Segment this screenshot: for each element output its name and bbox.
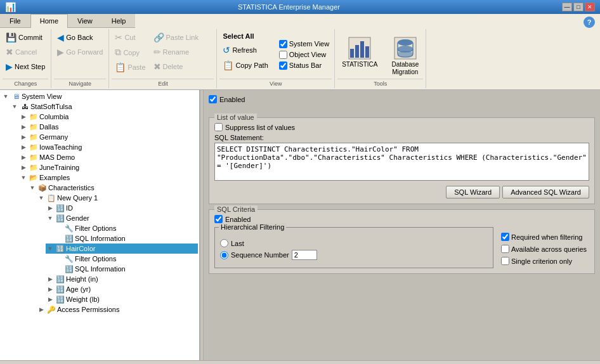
- tree-label-gender: Gender: [66, 214, 89, 222]
- window-title: STATISTICA Enterprise Manager: [16, 3, 562, 11]
- list-of-value-title: List of value: [214, 114, 257, 121]
- tree-item-gender-sqlinfo[interactable]: 🔢 SQL Information: [55, 233, 198, 244]
- server-icon: 🖧: [20, 102, 29, 111]
- tree-label-newquery1: New Query 1: [57, 194, 98, 202]
- tree-item-access[interactable]: ▶ 🔑 Access Permissions: [37, 304, 198, 315]
- nextstep-icon: ▶: [6, 62, 13, 72]
- cancel-button[interactable]: ✖ Cancel: [3, 45, 48, 59]
- tree-item-haircolor-filteroptions[interactable]: 🔧 Filter Options: [55, 254, 198, 264]
- refresh-icon: ↺: [223, 45, 230, 55]
- seqnumber-input[interactable]: [292, 250, 317, 260]
- sql-textarea[interactable]: SELECT DISTINCT Characteristics."HairCol…: [214, 143, 589, 181]
- selectall-button[interactable]: Select All: [219, 30, 271, 42]
- field-height-icon: 🔢: [56, 275, 65, 283]
- tree-item-weight[interactable]: ▶ 🔢 Weight (lb): [46, 294, 198, 304]
- hier-filter-title: Hierarchical Filtering: [219, 223, 286, 231]
- dbmigration-button[interactable]: Database Migration: [387, 33, 423, 79]
- criteria-enabled-label: Enabled: [225, 216, 251, 223]
- statusbar-checkbox[interactable]: [279, 62, 287, 70]
- dbmigration-icon: [393, 36, 418, 61]
- svg-rect-2: [355, 45, 359, 58]
- help-icon[interactable]: ?: [584, 16, 595, 28]
- tree-item-gender-filteroptions[interactable]: 🔧 Filter Options: [55, 223, 198, 233]
- required-checkbox[interactable]: [501, 233, 509, 241]
- tree-item-newquery1[interactable]: ▼ 📋 New Query 1: [37, 193, 198, 203]
- refresh-button[interactable]: ↺ Refresh: [219, 43, 271, 57]
- tree-item-iowateaching[interactable]: ▶ 📁 IowaTeaching: [19, 142, 198, 152]
- tree-item-columbia[interactable]: ▶ 📁 Columbia: [19, 112, 198, 122]
- tree-label-height: Height (in): [66, 275, 98, 283]
- maximize-button[interactable]: □: [573, 3, 584, 11]
- tree-item-dallas[interactable]: ▶ 📁 Dallas: [19, 122, 198, 132]
- tree-label-gender-filteroptions: Filter Options: [75, 224, 116, 232]
- objectview-checkbox[interactable]: [279, 51, 287, 59]
- last-radio[interactable]: [220, 239, 228, 247]
- tree-item-characteristics[interactable]: ▼ 📦 Characteristics: [28, 183, 198, 193]
- wizard-buttons: SQL Wizard Advanced SQL Wizard: [214, 186, 589, 198]
- copypath-button[interactable]: 📋 Copy Path: [219, 58, 271, 72]
- pastelink-button[interactable]: 🔗 Paste Link: [150, 30, 202, 44]
- tree-item-id[interactable]: ▶ 🔢 ID: [46, 203, 198, 213]
- statistica-button[interactable]: STATISTICA: [337, 33, 382, 70]
- close-button[interactable]: ✕: [585, 3, 595, 11]
- goforward-button[interactable]: ▶ Go Forward: [54, 45, 106, 59]
- single-checkbox[interactable]: [501, 257, 509, 265]
- copy-button[interactable]: ⧉ Copy: [112, 45, 148, 60]
- tree-label-examples: Examples: [39, 174, 70, 181]
- statusbar-label: Status Bar: [289, 62, 322, 69]
- suppress-label: Suppress list of values: [225, 124, 295, 131]
- minimize-button[interactable]: —: [562, 3, 572, 11]
- tree-item-masdemo[interactable]: ▶ 📁 MAS Demo: [19, 152, 198, 162]
- tab-home[interactable]: Home: [30, 14, 68, 28]
- tab-help[interactable]: Help: [102, 14, 136, 27]
- rename-button[interactable]: ✏ Rename: [150, 45, 202, 59]
- tree-item-gender[interactable]: ▼ 🔢 Gender: [46, 213, 198, 223]
- field-haircolor-icon: 🔢: [56, 244, 65, 253]
- tree-item-junetraining[interactable]: ▶ 📁 JuneTraining: [19, 162, 198, 172]
- criteria-enabled-checkbox[interactable]: [214, 215, 223, 223]
- ribbon-group-navigate: ◀ Go Back ▶ Go Forward Navigate: [51, 29, 109, 88]
- tree-label-junetraining: JuneTraining: [39, 164, 79, 171]
- goback-button[interactable]: ◀ Go Back: [54, 30, 106, 44]
- available-checkbox[interactable]: [501, 245, 509, 253]
- criteria-enabled-row: Enabled: [214, 215, 589, 223]
- commit-button[interactable]: 💾 Commit: [3, 30, 48, 44]
- ribbon-group-edit: ✂ Cut ⧉ Copy 📋 Paste 🔗 Paste L: [109, 29, 217, 88]
- delete-button[interactable]: ✖ Delete: [150, 60, 202, 74]
- field-age-icon: 🔢: [56, 285, 65, 294]
- tab-file[interactable]: File: [0, 14, 30, 27]
- tree-item-haircolor[interactable]: ▼ 🔢 HairColor: [46, 244, 198, 254]
- tree-label-haircolor-sqlinfo: SQL Information: [75, 265, 126, 273]
- tools-buttons: STATISTICA Database: [337, 30, 423, 79]
- field-id-icon: 🔢: [56, 204, 65, 212]
- tree-item-statsofttulsa[interactable]: ▼ 🖧 StatSoftTulsa: [10, 101, 198, 112]
- pastelink-icon: 🔗: [153, 32, 164, 42]
- cut-icon: ✂: [115, 32, 122, 42]
- advanced-sql-wizard-button[interactable]: Advanced SQL Wizard: [502, 186, 589, 198]
- tree-item-haircolor-sqlinfo[interactable]: 🔢 SQL Information: [55, 264, 198, 274]
- objectview-label: Object View: [289, 51, 327, 58]
- folder-columbia-icon: 📁: [29, 112, 38, 121]
- folder-iowa-icon: 📁: [29, 143, 38, 152]
- cut-button[interactable]: ✂ Cut: [112, 30, 148, 44]
- nextstep-button[interactable]: ▶ Next Step: [3, 60, 48, 74]
- suppress-checkbox[interactable]: [214, 123, 223, 131]
- ribbon-group-view: Select All ↺ Refresh 📋 Copy Path System …: [217, 29, 335, 88]
- tree-item-germany[interactable]: ▶ 📁 Germany: [19, 132, 198, 142]
- svg-point-8: [398, 51, 413, 57]
- enabled-checkbox[interactable]: [209, 95, 217, 103]
- tree-item-systemview[interactable]: ▼ 🖥 System View: [1, 91, 198, 101]
- paste-button[interactable]: 📋 Paste: [112, 60, 148, 74]
- systemview-checkbox[interactable]: [279, 40, 287, 48]
- tab-view[interactable]: View: [68, 14, 102, 27]
- tree-item-height[interactable]: ▶ 🔢 Height (in): [46, 274, 198, 284]
- tree-item-examples[interactable]: ▼ 📂 Examples: [19, 172, 198, 183]
- seqnumber-radio[interactable]: [220, 251, 228, 259]
- tree-label-iowateaching: IowaTeaching: [39, 143, 82, 151]
- ribbon: File Home View Help ? 💾 Commit ✖ Cancel: [0, 14, 600, 90]
- sql-wizard-button[interactable]: SQL Wizard: [446, 186, 500, 198]
- edit-buttons: ✂ Cut ⧉ Copy 📋 Paste 🔗 Paste L: [112, 30, 214, 79]
- title-bar: 📊 STATISTICA Enterprise Manager — □ ✕: [0, 0, 600, 14]
- tree-panel[interactable]: ▼ 🖥 System View ▼ 🖧 StatSoftTulsa ▶ 📁 Co…: [0, 90, 200, 360]
- tree-item-age[interactable]: ▶ 🔢 Age (yr): [46, 284, 198, 294]
